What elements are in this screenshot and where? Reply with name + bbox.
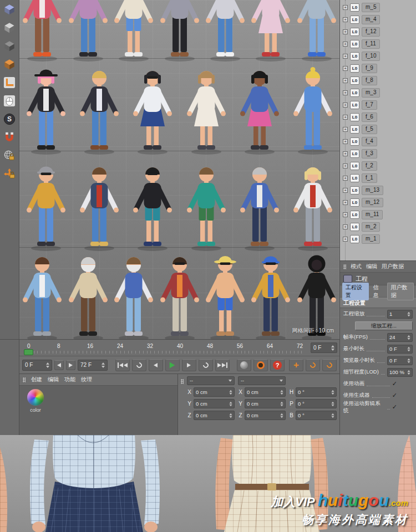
attr-tab[interactable]: 信息: [370, 283, 387, 300]
character-model[interactable]: [108, 0, 159, 64]
snap-s-icon[interactable]: S: [2, 112, 17, 126]
field-spinner[interactable]: [407, 370, 410, 375]
object-tree-item[interactable]: +L0f_11: [340, 38, 416, 50]
expand-icon[interactable]: +: [343, 115, 348, 120]
character-model[interactable]: [234, 161, 285, 254]
character-model[interactable]: [127, 64, 178, 157]
current-frame-input[interactable]: 0 F: [22, 360, 52, 371]
play-reverse-loop-button[interactable]: [132, 359, 146, 371]
coordinate-spinner[interactable]: [229, 401, 232, 406]
scale-project-button[interactable]: 缩放工程...: [355, 321, 413, 330]
character-model[interactable]: [287, 64, 338, 157]
wireframe-lock-icon[interactable]: [2, 149, 17, 163]
object-tree-item[interactable]: +L0f_4: [340, 135, 416, 147]
goto-start-button[interactable]: [115, 359, 130, 371]
object-tree-item[interactable]: +L0m_5: [340, 1, 416, 13]
materials-menu-item[interactable]: 功能: [64, 376, 75, 383]
frame-spinner[interactable]: [46, 362, 49, 368]
object-tree-item[interactable]: +L0f_6: [340, 111, 416, 123]
checkmark-icon[interactable]: ✓: [392, 392, 397, 399]
object-tree-item[interactable]: +L0m_1: [340, 233, 416, 245]
material-item[interactable]: color: [24, 389, 47, 413]
character-model[interactable]: [63, 250, 114, 339]
axis-lock-icon[interactable]: [2, 167, 17, 181]
expand-icon[interactable]: +: [343, 5, 348, 10]
next-frame-button[interactable]: [182, 359, 196, 371]
coordinate-spinner[interactable]: [280, 401, 283, 406]
expand-icon[interactable]: +: [343, 224, 348, 229]
character-model[interactable]: [19, 0, 68, 64]
move-tool-button[interactable]: +: [289, 359, 303, 371]
cube-tool-dark-icon[interactable]: [2, 39, 17, 53]
timeline-ruler[interactable]: 081624324048566472: [21, 341, 308, 355]
character-model[interactable]: [154, 0, 205, 64]
expand-icon[interactable]: +: [343, 17, 348, 22]
coordinate-input[interactable]: 0 °: [296, 399, 337, 408]
character-model[interactable]: [245, 250, 296, 339]
expand-icon[interactable]: +: [343, 163, 348, 168]
expand-icon[interactable]: +: [343, 42, 348, 47]
field-input[interactable]: 0 F: [387, 345, 413, 354]
object-tree-item[interactable]: +L0m_3: [340, 86, 416, 99]
expand-icon[interactable]: +: [343, 139, 348, 144]
field-input[interactable]: 0 F: [387, 356, 413, 365]
end-frame-input[interactable]: 72 F: [78, 360, 108, 371]
object-tree-item[interactable]: +L0m_11: [340, 208, 416, 221]
expand-icon[interactable]: +: [343, 237, 348, 242]
character-model[interactable]: [21, 161, 72, 254]
expand-icon[interactable]: +: [343, 200, 348, 205]
coordinate-spinner[interactable]: [280, 390, 283, 395]
expand-icon[interactable]: +: [343, 212, 348, 217]
expand-icon[interactable]: +: [343, 188, 348, 193]
expand-icon[interactable]: +: [343, 103, 348, 108]
field-spinner[interactable]: [407, 346, 410, 351]
attr-tab[interactable]: 用户数据: [387, 283, 414, 300]
object-tree-item[interactable]: +L0f_2: [340, 160, 416, 172]
character-model[interactable]: [200, 250, 251, 339]
character-model[interactable]: [127, 161, 178, 254]
coordinate-spinner[interactable]: [331, 401, 334, 406]
scale-tool-button[interactable]: [322, 359, 337, 371]
character-model[interactable]: [63, 0, 114, 64]
character-model[interactable]: [200, 0, 251, 64]
coordinate-spinner[interactable]: [229, 390, 232, 395]
materials-menu-item[interactable]: 编辑: [48, 376, 59, 383]
attr-menu-item[interactable]: 模式: [351, 263, 362, 270]
field-spinner[interactable]: [407, 311, 410, 316]
coordinate-input[interactable]: 0 cm: [245, 387, 286, 397]
attr-tab[interactable]: 工程设置: [342, 283, 369, 300]
coordinate-input[interactable]: 0 °: [296, 387, 337, 397]
object-tree-item[interactable]: +L0f_7: [340, 99, 416, 111]
frame-step-back-button[interactable]: [54, 360, 64, 370]
help-button[interactable]: ?: [270, 359, 285, 371]
coordinate-spinner[interactable]: [280, 413, 283, 418]
coordinate-spinner[interactable]: [229, 413, 232, 418]
axis-tool-icon[interactable]: [2, 75, 17, 90]
cube-tool-blue-icon[interactable]: [2, 2, 17, 17]
object-tree-item[interactable]: +L0f_8: [340, 74, 416, 86]
character-model[interactable]: [287, 161, 338, 254]
character-model[interactable]: [181, 64, 232, 157]
field-input[interactable]: 100 %: [387, 368, 413, 377]
magnet-tool-icon[interactable]: [2, 130, 17, 145]
current-frame-marker[interactable]: [24, 349, 33, 355]
coordinate-input[interactable]: 0 cm: [245, 411, 286, 420]
character-model[interactable]: [74, 161, 125, 254]
coordinate-input[interactable]: 0 cm: [194, 411, 235, 420]
character-model[interactable]: [108, 250, 159, 339]
object-tree-item[interactable]: +L0m_2: [340, 221, 416, 233]
object-tree-item[interactable]: +L0f_10: [340, 50, 416, 62]
field-input[interactable]: 24: [387, 333, 413, 342]
object-tree-item[interactable]: +L0m_12: [340, 196, 416, 208]
character-model[interactable]: [291, 0, 339, 64]
coordinate-input[interactable]: 0 °: [296, 411, 337, 420]
material-color-swatch[interactable]: [27, 389, 44, 406]
checkmark-icon[interactable]: ✓: [392, 380, 397, 387]
expand-icon[interactable]: +: [343, 29, 348, 34]
expand-icon[interactable]: +: [343, 127, 348, 132]
render-view-button[interactable]: [237, 359, 251, 371]
coordinate-spinner[interactable]: [331, 413, 334, 418]
rotate-tool-button[interactable]: [306, 359, 320, 371]
checkmark-icon[interactable]: ✓: [392, 403, 397, 411]
character-model[interactable]: [245, 0, 296, 64]
